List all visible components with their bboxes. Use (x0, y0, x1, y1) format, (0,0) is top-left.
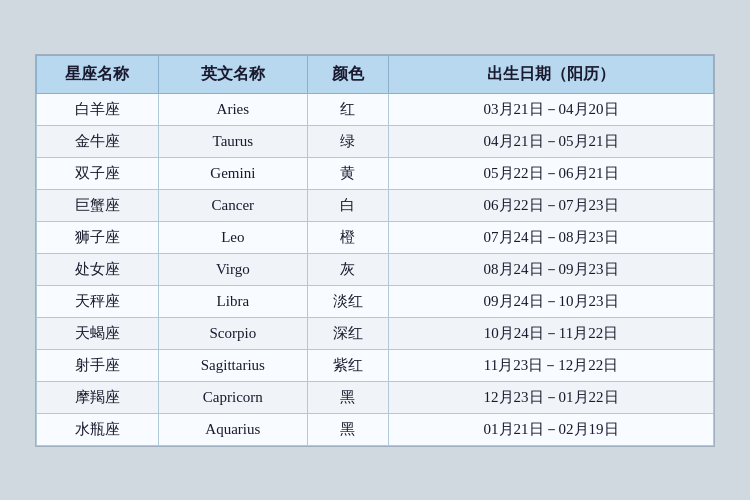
cell-date: 07月24日－08月23日 (389, 221, 714, 253)
cell-zh: 射手座 (37, 349, 159, 381)
cell-color: 深红 (307, 317, 388, 349)
cell-zh: 狮子座 (37, 221, 159, 253)
cell-date: 09月24日－10月23日 (389, 285, 714, 317)
cell-en: Libra (158, 285, 307, 317)
cell-en: Sagittarius (158, 349, 307, 381)
table-row: 处女座Virgo灰08月24日－09月23日 (37, 253, 714, 285)
table-row: 巨蟹座Cancer白06月22日－07月23日 (37, 189, 714, 221)
cell-zh: 双子座 (37, 157, 159, 189)
cell-en: Aquarius (158, 413, 307, 445)
zodiac-table: 星座名称 英文名称 颜色 出生日期（阳历） 白羊座Aries红03月21日－04… (36, 55, 714, 446)
cell-color: 紫红 (307, 349, 388, 381)
cell-zh: 金牛座 (37, 125, 159, 157)
table-row: 双子座Gemini黄05月22日－06月21日 (37, 157, 714, 189)
cell-zh: 天秤座 (37, 285, 159, 317)
cell-color: 黑 (307, 413, 388, 445)
cell-date: 11月23日－12月22日 (389, 349, 714, 381)
cell-zh: 白羊座 (37, 93, 159, 125)
table-row: 射手座Sagittarius紫红11月23日－12月22日 (37, 349, 714, 381)
table-header-row: 星座名称 英文名称 颜色 出生日期（阳历） (37, 55, 714, 93)
cell-color: 绿 (307, 125, 388, 157)
cell-zh: 水瓶座 (37, 413, 159, 445)
cell-en: Virgo (158, 253, 307, 285)
cell-en: Capricorn (158, 381, 307, 413)
cell-en: Leo (158, 221, 307, 253)
cell-date: 10月24日－11月22日 (389, 317, 714, 349)
cell-en: Gemini (158, 157, 307, 189)
cell-color: 黄 (307, 157, 388, 189)
cell-date: 01月21日－02月19日 (389, 413, 714, 445)
cell-zh: 巨蟹座 (37, 189, 159, 221)
table-row: 天秤座Libra淡红09月24日－10月23日 (37, 285, 714, 317)
table-row: 水瓶座Aquarius黑01月21日－02月19日 (37, 413, 714, 445)
cell-color: 红 (307, 93, 388, 125)
cell-color: 黑 (307, 381, 388, 413)
cell-date: 03月21日－04月20日 (389, 93, 714, 125)
zodiac-table-container: 星座名称 英文名称 颜色 出生日期（阳历） 白羊座Aries红03月21日－04… (35, 54, 715, 447)
cell-date: 12月23日－01月22日 (389, 381, 714, 413)
cell-zh: 处女座 (37, 253, 159, 285)
cell-date: 08月24日－09月23日 (389, 253, 714, 285)
header-color: 颜色 (307, 55, 388, 93)
table-row: 金牛座Taurus绿04月21日－05月21日 (37, 125, 714, 157)
cell-zh: 摩羯座 (37, 381, 159, 413)
cell-date: 06月22日－07月23日 (389, 189, 714, 221)
cell-date: 04月21日－05月21日 (389, 125, 714, 157)
cell-en: Taurus (158, 125, 307, 157)
table-row: 天蝎座Scorpio深红10月24日－11月22日 (37, 317, 714, 349)
header-date: 出生日期（阳历） (389, 55, 714, 93)
cell-date: 05月22日－06月21日 (389, 157, 714, 189)
header-zh: 星座名称 (37, 55, 159, 93)
cell-zh: 天蝎座 (37, 317, 159, 349)
cell-en: Cancer (158, 189, 307, 221)
cell-color: 橙 (307, 221, 388, 253)
cell-en: Scorpio (158, 317, 307, 349)
cell-en: Aries (158, 93, 307, 125)
table-row: 狮子座Leo橙07月24日－08月23日 (37, 221, 714, 253)
cell-color: 灰 (307, 253, 388, 285)
cell-color: 白 (307, 189, 388, 221)
cell-color: 淡红 (307, 285, 388, 317)
table-row: 白羊座Aries红03月21日－04月20日 (37, 93, 714, 125)
table-row: 摩羯座Capricorn黑12月23日－01月22日 (37, 381, 714, 413)
header-en: 英文名称 (158, 55, 307, 93)
